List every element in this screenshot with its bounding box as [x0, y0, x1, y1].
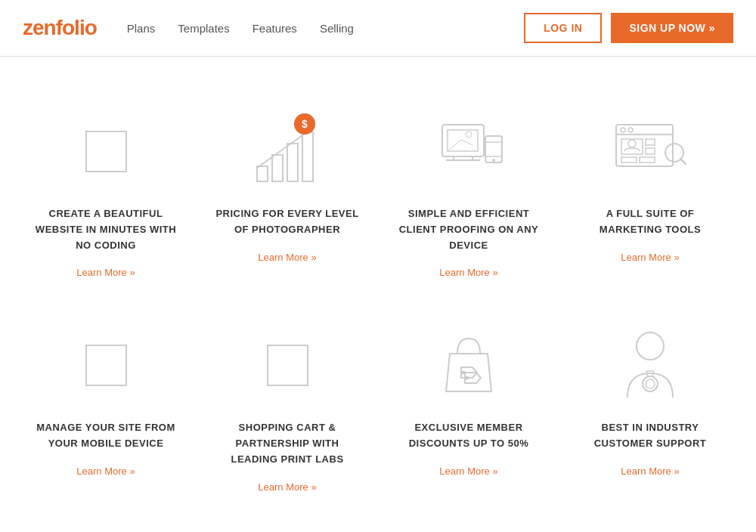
- svg-rect-0: [257, 166, 268, 181]
- discounts-learn-more[interactable]: Learn More: [439, 466, 497, 477]
- feature-client-proofing: SIMPLE AND EFFICIENT CLIENT PROOFING ON …: [378, 87, 559, 301]
- mobile-icon-area: [64, 323, 147, 407]
- header-buttons: LOG IN SIGN UP NOW »: [524, 13, 733, 43]
- client-proofing-title: SIMPLE AND EFFICIENT CLIENT PROOFING ON …: [393, 206, 544, 253]
- client-proofing-icon-area: [427, 110, 510, 193]
- svg-rect-24: [646, 139, 655, 145]
- svg-point-18: [492, 159, 495, 162]
- shopping-cart-learn-more[interactable]: Learn More: [258, 481, 316, 493]
- feature-support: BEST IN INDUSTRY CUSTOMER SUPPORT Learn …: [559, 301, 741, 515]
- svg-point-33: [637, 332, 664, 360]
- browser-icon: [612, 121, 688, 181]
- beautiful-website-icon-area: [64, 110, 147, 193]
- features-grid: CREATE A BEAUTIFUL WEBSITE IN MINUTES WI…: [0, 57, 756, 532]
- main-nav: Plans Templates Features Selling: [127, 22, 354, 35]
- logo: zenfolio: [23, 16, 97, 40]
- logo-nav: zenfolio Plans Templates Features Sellin…: [23, 16, 354, 40]
- svg-rect-26: [621, 157, 637, 162]
- beautiful-website-title: CREATE A BEAUTIFUL WEBSITE IN MINUTES WI…: [30, 206, 181, 253]
- nav-features[interactable]: Features: [253, 22, 297, 35]
- marketing-icon-area: [609, 110, 692, 193]
- header: zenfolio Plans Templates Features Sellin…: [0, 0, 756, 57]
- mobile-title: MANAGE YOUR SITE FROM YOUR MOBILE DEVICE: [30, 420, 181, 452]
- nav-plans[interactable]: Plans: [127, 22, 156, 35]
- signup-button[interactable]: SIGN UP NOW »: [611, 13, 733, 43]
- svg-point-22: [628, 128, 633, 132]
- bag-icon: [435, 331, 503, 399]
- shopping-cart-title: SHOPPING CART & PARTNERSHIP WITH LEADING…: [212, 420, 363, 467]
- svg-line-13: [461, 140, 472, 145]
- svg-rect-2: [287, 144, 298, 181]
- svg-point-30: [628, 140, 636, 147]
- shopping-cart-icon-area: [246, 323, 329, 407]
- svg-rect-27: [640, 157, 655, 162]
- marketing-title: A FULL SUITE OF MARKETING TOOLS: [575, 206, 726, 238]
- svg-point-32: [466, 376, 469, 380]
- svg-point-14: [466, 131, 472, 138]
- discounts-title: EXCLUSIVE MEMBER DISCOUNTS UP TO 50%: [393, 420, 544, 452]
- login-button[interactable]: LOG IN: [524, 13, 602, 43]
- nav-selling[interactable]: Selling: [320, 22, 354, 35]
- discounts-icon-area: [427, 323, 510, 407]
- feature-marketing: A FULL SUITE OF MARKETING TOOLS Learn Mo…: [559, 87, 741, 301]
- pricing-title: PRICING FOR EVERY LEVEL OF PHOTOGRAPHER: [212, 206, 363, 238]
- svg-rect-23: [621, 139, 643, 154]
- svg-line-37: [652, 371, 654, 376]
- svg-text:$: $: [302, 118, 308, 130]
- svg-point-34: [643, 376, 658, 391]
- person-icon: [616, 329, 684, 401]
- beautiful-website-learn-more[interactable]: Learn More: [76, 267, 135, 278]
- svg-rect-15: [485, 136, 502, 162]
- svg-rect-25: [646, 148, 655, 154]
- mobile-learn-more[interactable]: Learn More: [76, 466, 135, 477]
- svg-line-12: [448, 140, 461, 151]
- client-proofing-learn-more[interactable]: Learn More: [439, 267, 497, 278]
- placeholder-icon: [85, 131, 127, 172]
- svg-rect-3: [302, 132, 313, 181]
- feature-beautiful-website: CREATE A BEAUTIFUL WEBSITE IN MINUTES WI…: [15, 87, 197, 301]
- support-icon-area: [609, 323, 692, 407]
- nav-templates[interactable]: Templates: [178, 22, 229, 35]
- chart-icon: $: [253, 113, 321, 189]
- svg-line-36: [646, 371, 648, 376]
- svg-point-35: [646, 379, 655, 388]
- support-title: BEST IN INDUSTRY CUSTOMER SUPPORT: [575, 420, 726, 452]
- placeholder-icon-mobile: [85, 345, 127, 386]
- feature-shopping-cart: SHOPPING CART & PARTNERSHIP WITH LEADING…: [197, 301, 378, 515]
- support-learn-more[interactable]: Learn More: [621, 466, 679, 477]
- feature-mobile: MANAGE YOUR SITE FROM YOUR MOBILE DEVICE…: [15, 301, 197, 515]
- svg-point-21: [621, 128, 625, 132]
- marketing-learn-more[interactable]: Learn More: [621, 252, 679, 263]
- feature-discounts: EXCLUSIVE MEMBER DISCOUNTS UP TO 50% Lea…: [378, 301, 559, 515]
- devices-icon: [431, 121, 507, 181]
- pricing-learn-more[interactable]: Learn More: [258, 252, 316, 263]
- svg-line-29: [680, 159, 686, 164]
- placeholder-icon-cart: [267, 345, 308, 386]
- feature-pricing: $ PRICING FOR EVERY LEVEL OF PHOTOGRAPHE…: [197, 87, 378, 301]
- svg-rect-1: [272, 155, 283, 181]
- pricing-icon-area: $: [246, 110, 329, 193]
